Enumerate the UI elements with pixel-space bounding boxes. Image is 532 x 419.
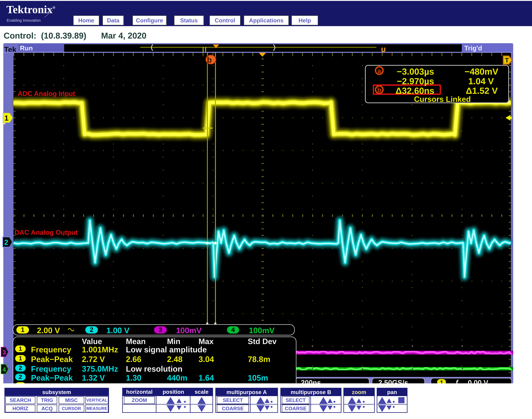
svg-text:3: 3 (2, 349, 6, 356)
svg-text:1: 1 (4, 114, 9, 122)
svg-text:2: 2 (4, 238, 8, 246)
svg-text:4: 4 (2, 366, 6, 373)
